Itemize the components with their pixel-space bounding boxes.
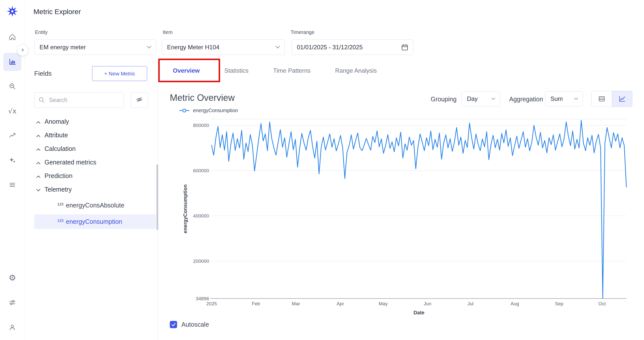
- sidebar-item-menu[interactable]: [3, 176, 21, 194]
- tab-label: Statistics: [224, 67, 249, 74]
- autoscale-label: Autoscale: [181, 321, 209, 328]
- panel-scrollbar[interactable]: [156, 164, 158, 230]
- item-label: Item: [163, 29, 173, 35]
- chevron-down-icon: [275, 46, 280, 49]
- check-icon: [171, 322, 176, 327]
- y-tick-label: 200000: [193, 259, 209, 264]
- field-tree: AnomalyAttributeCalculationGenerated met…: [25, 115, 158, 229]
- tree-item-label: energyConsumption: [66, 218, 122, 225]
- tree-group-calculation[interactable]: Calculation: [25, 142, 158, 155]
- grouping-select-value: Day: [467, 95, 478, 102]
- chevron-up-icon: [36, 145, 41, 152]
- search-input[interactable]: [34, 92, 124, 108]
- tree-group-label: Generated metrics: [45, 159, 96, 166]
- tree-group-anomaly[interactable]: Anomaly: [25, 115, 158, 128]
- sidebar-item-analytics[interactable]: [3, 53, 21, 71]
- line-chart-icon: [618, 95, 626, 103]
- numeric-field-icon: ¹²³: [57, 218, 63, 225]
- tree-group-label: Calculation: [45, 145, 76, 152]
- chevron-up-icon: [36, 172, 41, 180]
- item-select-value: Energy Meter H104: [167, 44, 219, 51]
- sliders-icon: [9, 299, 16, 306]
- chart-legend[interactable]: energyConsumption: [179, 108, 238, 113]
- autoscale-control: Autoscale: [170, 321, 209, 328]
- formula-icon: √x: [8, 108, 16, 114]
- trend-icon: [9, 132, 16, 139]
- home-icon: [9, 33, 16, 41]
- user-icon: [9, 323, 16, 331]
- tree-group-label: Prediction: [45, 172, 72, 180]
- sidebar-item-account[interactable]: [3, 318, 21, 336]
- sparkles-icon: [9, 156, 16, 164]
- x-axis-title: Date: [414, 310, 424, 315]
- x-tick-label: Mar: [292, 301, 300, 306]
- grouping-select[interactable]: Day: [462, 91, 500, 106]
- search-icon: [38, 97, 45, 104]
- tree-group-telemetry[interactable]: Telemetry: [25, 183, 158, 196]
- numeric-field-icon: ¹²³: [57, 202, 63, 209]
- search-insights-icon: [9, 82, 16, 90]
- autoscale-checkbox[interactable]: [170, 321, 177, 328]
- panel-collapse-button[interactable]: ›: [17, 44, 28, 56]
- sidebar-item-search-insights[interactable]: [3, 77, 21, 95]
- chevron-down-icon: [147, 46, 151, 49]
- new-metric-button[interactable]: + New Metric: [92, 66, 147, 81]
- chart-view-button[interactable]: [612, 91, 632, 107]
- aggregation-label: Aggregation: [509, 96, 543, 103]
- table-view-button[interactable]: [592, 91, 612, 107]
- fields-panel-title: Fields: [34, 70, 52, 77]
- metric-explorer-app: √x ⚙: [0, 0, 644, 340]
- aggregation-select[interactable]: Sum: [545, 91, 583, 106]
- metric-chart[interactable]: 348962000004000006000008000002025FebMarA…: [181, 114, 641, 318]
- chevron-up-icon: [36, 118, 41, 125]
- tree-group-attribute[interactable]: Attribute: [25, 128, 158, 142]
- tree-group-label: Anomaly: [45, 118, 69, 125]
- chevron-up-icon: [36, 159, 41, 166]
- hide-fields-button[interactable]: [131, 92, 148, 108]
- tree-group-prediction[interactable]: Prediction: [25, 169, 158, 183]
- y-tick-label: 800000: [193, 123, 209, 128]
- tree-item-energyconsabsolute[interactable]: ¹²³energyConsAbsolute: [34, 198, 156, 212]
- tree-item-label: energyConsAbsolute: [66, 202, 124, 209]
- sidebar-item-preferences[interactable]: [3, 293, 21, 312]
- x-tick-label: Jul: [467, 301, 473, 306]
- sidebar-item-ai-sparkles[interactable]: [3, 151, 21, 169]
- grouping-label: Grouping: [431, 96, 457, 103]
- sidebar-item-home[interactable]: [3, 28, 21, 46]
- tab-statistics[interactable]: Statistics: [215, 59, 258, 82]
- timerange-label: Timerange: [291, 29, 314, 35]
- entity-select[interactable]: EM energy meter: [34, 39, 156, 55]
- logo-icon: [7, 6, 18, 17]
- chevron-right-icon: ›: [21, 46, 24, 53]
- x-tick-label: Sep: [555, 301, 564, 306]
- x-tick-label: May: [379, 301, 388, 306]
- app-logo: [7, 6, 18, 17]
- x-tick-label: Aug: [511, 301, 519, 306]
- tab-bar: OverviewStatisticsTime PatternsRange Ana…: [164, 59, 386, 82]
- chart-line-energyConsumption: [212, 120, 626, 299]
- tab-time-patterns[interactable]: Time Patterns: [264, 59, 320, 82]
- tab-overview[interactable]: Overview: [164, 59, 209, 82]
- sidebar-item-trend[interactable]: [3, 126, 21, 145]
- tree-item-energyconsumption[interactable]: ¹²³energyConsumption: [34, 214, 156, 229]
- item-select[interactable]: Energy Meter H104: [162, 39, 285, 55]
- table-icon: [598, 95, 606, 103]
- tab-label: Overview: [173, 67, 200, 74]
- timerange-input[interactable]: 01/01/2025 - 31/12/2025: [292, 39, 413, 55]
- tree-group-generated-metrics[interactable]: Generated metrics: [25, 155, 158, 169]
- legend-marker-icon: [179, 110, 189, 111]
- y-axis-title: energyConsumption: [182, 184, 188, 233]
- fields-panel: Fields + New Metric AnomalyAttributeCalc…: [25, 59, 158, 340]
- gear-icon: ⚙: [9, 274, 16, 282]
- x-tick-label: Feb: [252, 301, 260, 306]
- tab-range-analysis[interactable]: Range Analysis: [326, 59, 386, 82]
- chevron-down-icon: [36, 186, 41, 193]
- main-content: OverviewStatisticsTime PatternsRange Ana…: [158, 59, 644, 340]
- sidebar-item-formula[interactable]: √x: [3, 102, 21, 120]
- menu-icon: [9, 181, 16, 189]
- sidebar-item-settings[interactable]: ⚙: [3, 269, 21, 287]
- chevron-down-icon: [574, 98, 578, 100]
- legend-label: energyConsumption: [193, 108, 238, 113]
- x-tick-label: Apr: [337, 301, 344, 306]
- entity-select-value: EM energy meter: [39, 44, 86, 51]
